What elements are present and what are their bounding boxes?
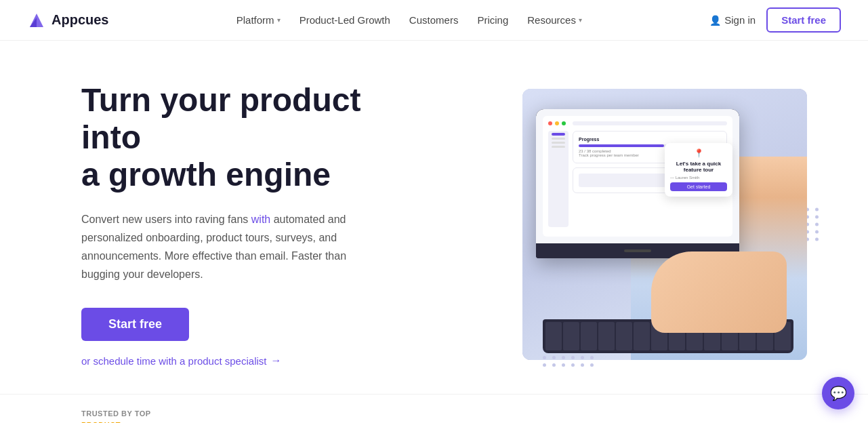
trusted-bar: TRUSTED BY TOP PRODUCT-LED COMPANIES ● P… <box>0 394 868 423</box>
chat-bubble-button[interactable]: 💬 <box>822 377 854 409</box>
logo-link[interactable]: Appcues <box>27 11 108 30</box>
hand-area <box>651 251 787 333</box>
brand-name: Appcues <box>51 12 108 28</box>
user-icon: 👤 <box>709 15 721 26</box>
start-free-hero-button[interactable]: Start free <box>81 308 189 341</box>
nav-pricing[interactable]: Pricing <box>477 14 508 26</box>
overlay-tooltip: 📍 Let's take a quick feature tour — Laur… <box>665 143 732 197</box>
nav-platform[interactable]: Platform ▾ <box>236 14 281 26</box>
hero-section: Turn your product into a growth engine C… <box>0 41 868 394</box>
laptop-mockup: Progress 23 / 38 completed Track progres… <box>536 109 739 258</box>
hero-cta-group: Start free or schedule time with a produ… <box>81 308 420 367</box>
nav-resources[interactable]: Resources ▾ <box>527 14 582 26</box>
trusted-label: TRUSTED BY TOP PRODUCT-LED COMPANIES <box>81 408 163 423</box>
nav-product-led-growth[interactable]: Product-Led Growth <box>299 14 390 26</box>
svg-marker-1 <box>30 18 37 27</box>
hero-image-container: Progress 23 / 38 completed Track progres… <box>522 89 807 360</box>
laptop-notch <box>624 249 651 252</box>
appcues-logo-icon <box>27 11 46 30</box>
screen-topbar <box>548 121 727 125</box>
hero-description: Convert new users into raving fans with … <box>81 210 366 284</box>
schedule-link[interactable]: or schedule time with a product speciali… <box>81 355 420 367</box>
navigation: Appcues Platform ▾ Product-Led Growth Cu… <box>0 0 868 41</box>
hero-content: Turn your product into a growth engine C… <box>81 81 420 367</box>
nav-links: Platform ▾ Product-Led Growth Customers … <box>236 14 582 26</box>
laptop-bg: Progress 23 / 38 completed Track progres… <box>522 89 807 360</box>
screen-sidebar <box>548 131 569 227</box>
pin-icon: 📍 <box>670 148 727 158</box>
chat-bubble-icon: 💬 <box>830 385 847 401</box>
platform-caret-icon: ▾ <box>277 16 281 24</box>
sign-in-link[interactable]: 👤 Sign in <box>709 14 756 26</box>
nav-actions: 👤 Sign in Start free <box>709 7 841 33</box>
nav-customers[interactable]: Customers <box>409 14 459 26</box>
resources-caret-icon: ▾ <box>579 16 582 24</box>
schedule-arrow-icon: → <box>270 355 281 367</box>
start-free-nav-button[interactable]: Start free <box>766 7 841 33</box>
hero-image-area: Progress 23 / 38 completed Track progres… <box>522 89 814 360</box>
hero-title: Turn your product into a growth engine <box>81 81 420 194</box>
